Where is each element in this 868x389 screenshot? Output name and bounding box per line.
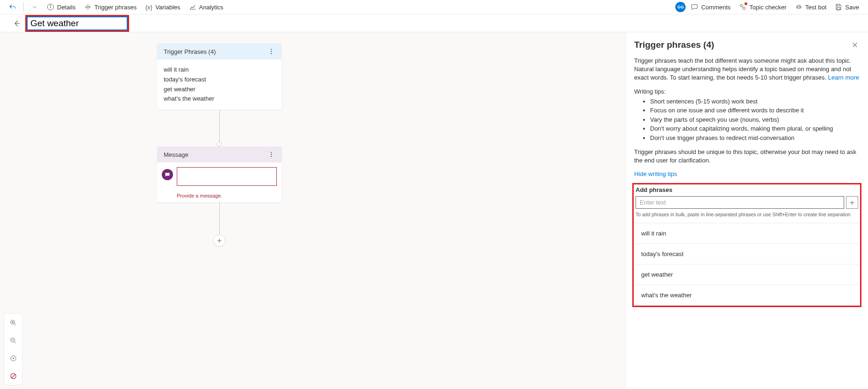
message-node[interactable]: Message Provide a message. xyxy=(157,147,282,202)
side-panel: Trigger phrases (4) Trigger phrases teac… xyxy=(625,32,868,389)
svg-point-3 xyxy=(740,5,743,7)
learn-more-link[interactable]: Learn more xyxy=(828,74,859,81)
analytics-label: Analytics xyxy=(199,4,224,11)
toolbar-left: Details Trigger phrases {x} Variables An… xyxy=(6,1,227,13)
panel-header: Trigger phrases (4) xyxy=(634,40,860,50)
node-menu-button[interactable] xyxy=(266,149,277,160)
panel-description-2: Trigger phrases should be unique to this… xyxy=(634,148,860,165)
list-item[interactable]: get weather xyxy=(634,264,860,285)
add-phrase-hint: To add phrases in bulk, paste in line-se… xyxy=(634,212,860,217)
svg-point-11 xyxy=(271,152,272,153)
trigger-phrases-label: Trigger phrases xyxy=(94,4,137,11)
back-button[interactable] xyxy=(13,20,21,27)
trigger-phrases-button[interactable]: Trigger phrases xyxy=(81,1,140,13)
connector-node[interactable] xyxy=(217,142,222,147)
save-icon xyxy=(835,3,842,11)
phrase-list: will it rain today's forecast get weathe… xyxy=(634,223,860,306)
trigger-node-header: Trigger Phrases (4) xyxy=(157,44,282,59)
connector-line xyxy=(219,110,220,142)
connector-line xyxy=(219,202,220,235)
save-button[interactable]: Save xyxy=(832,1,862,13)
variables-button[interactable]: {x} Variables xyxy=(142,1,183,13)
fit-view-button[interactable] xyxy=(4,349,22,367)
divider xyxy=(23,3,24,11)
trigger-phrase: will it rain xyxy=(164,65,275,75)
topic-checker-button[interactable]: Topic checker xyxy=(736,1,789,13)
svg-point-13 xyxy=(271,156,272,157)
save-label: Save xyxy=(845,4,859,11)
add-phrase-input[interactable] xyxy=(636,196,844,209)
test-bot-label: Test bot xyxy=(805,4,827,11)
variables-label: Variables xyxy=(155,4,180,11)
svg-point-12 xyxy=(271,154,272,155)
list-item[interactable]: what's the weather xyxy=(634,285,860,306)
add-phrases-label: Add phrases xyxy=(634,186,860,193)
panel-desc-text: Trigger phrases teach the bot different … xyxy=(634,57,851,81)
svg-point-2 xyxy=(87,6,89,8)
message-input[interactable] xyxy=(177,167,277,186)
chevron-down-icon xyxy=(31,3,38,11)
message-node-body xyxy=(157,162,282,191)
trigger-node-title: Trigger Phrases (4) xyxy=(164,48,216,55)
hide-tips-link[interactable]: Hide writing tips xyxy=(634,170,677,177)
connector xyxy=(157,110,282,147)
canvas-content: Trigger Phrases (4) will it rain today's… xyxy=(157,44,282,247)
svg-point-1 xyxy=(50,5,51,6)
zoom-controls xyxy=(4,313,22,385)
trigger-phrase: get weather xyxy=(164,85,275,95)
reset-view-button[interactable] xyxy=(4,367,22,385)
svg-point-9 xyxy=(271,51,272,52)
panel-title: Trigger phrases (4) xyxy=(634,40,714,50)
tip-item: Focus on one issue and use different wor… xyxy=(650,106,860,115)
undo-button[interactable] xyxy=(6,1,20,13)
svg-point-6 xyxy=(797,7,798,7)
details-label: Details xyxy=(57,4,76,11)
connector xyxy=(157,202,282,247)
analytics-button[interactable]: Analytics xyxy=(186,1,227,13)
svg-point-7 xyxy=(799,7,800,7)
message-error: Provide a message. xyxy=(177,193,282,202)
list-item[interactable]: today's forecast xyxy=(634,244,860,264)
bot-icon xyxy=(795,3,803,11)
comments-button[interactable]: Comments xyxy=(687,1,734,13)
tips-title: Writing tips: xyxy=(634,88,860,95)
tips-list: Short sentences (5-15 words) work best F… xyxy=(650,97,860,143)
zoom-out-button[interactable] xyxy=(4,331,22,349)
svg-point-17 xyxy=(13,358,14,359)
add-phrase-button[interactable] xyxy=(846,196,858,209)
toolbar-right: GG Comments Topic checker Test bot Save xyxy=(675,1,862,13)
top-toolbar: Details Trigger phrases {x} Variables An… xyxy=(0,0,868,15)
main-area: Trigger Phrases (4) will it rain today's… xyxy=(0,32,868,389)
message-node-title: Message xyxy=(164,151,188,158)
node-menu-button[interactable] xyxy=(266,46,277,57)
trigger-node[interactable]: Trigger Phrases (4) will it rain today's… xyxy=(157,44,282,110)
list-item[interactable]: will it rain xyxy=(634,223,860,244)
trigger-phrase: what's the weather xyxy=(164,94,275,104)
close-panel-button[interactable] xyxy=(850,40,860,50)
svg-point-4 xyxy=(743,7,745,10)
details-button[interactable]: Details xyxy=(43,1,79,13)
svg-point-8 xyxy=(271,49,272,50)
add-input-row xyxy=(634,196,860,209)
dropdown-button[interactable] xyxy=(28,1,42,13)
comment-icon xyxy=(691,3,698,11)
title-highlight-box xyxy=(25,15,129,32)
message-node-header: Message xyxy=(157,147,282,162)
tip-item: Don't worry about capitalizing words, ma… xyxy=(650,124,860,133)
avatar[interactable]: GG xyxy=(675,2,686,12)
tip-item: Don't use trigger phrases to redirect mi… xyxy=(650,133,860,143)
tip-item: Short sentences (5-15 words) work best xyxy=(650,97,860,106)
zoom-in-button[interactable] xyxy=(4,314,22,331)
test-bot-button[interactable]: Test bot xyxy=(792,1,830,13)
trigger-icon xyxy=(84,3,92,11)
info-icon xyxy=(47,3,54,11)
title-row xyxy=(0,15,868,32)
add-phrases-highlight: Add phrases To add phrases in bulk, past… xyxy=(632,183,861,307)
canvas[interactable]: Trigger Phrases (4) will it rain today's… xyxy=(0,32,625,389)
topic-checker-label: Topic checker xyxy=(749,4,786,11)
comments-label: Comments xyxy=(701,4,731,11)
panel-description: Trigger phrases teach the bot different … xyxy=(634,57,860,82)
add-node-button[interactable] xyxy=(213,235,225,247)
topic-checker-icon xyxy=(739,3,746,11)
topic-name-input[interactable] xyxy=(27,17,127,30)
